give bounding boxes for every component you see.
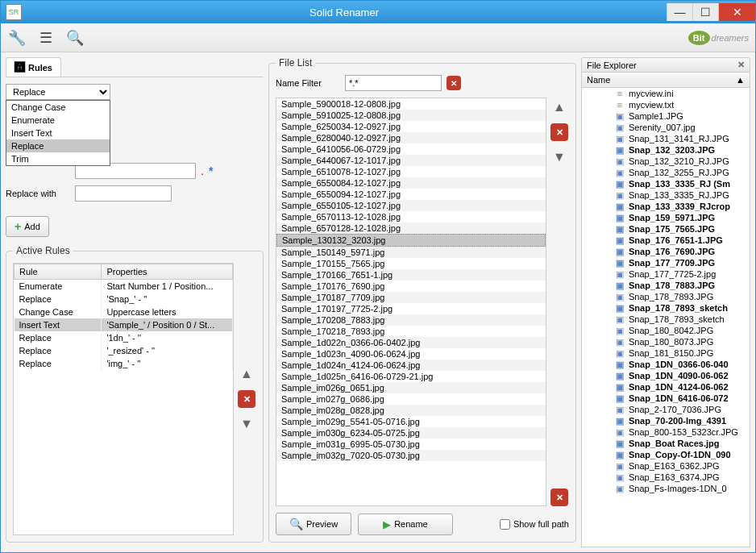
active-rule-row[interactable]: Replace'img_' - '' (15, 357, 233, 370)
rule-option[interactable]: Change Case (6, 101, 110, 114)
explorer-sort-icon[interactable]: ▲ (736, 75, 745, 85)
rule-type-select[interactable]: Replace (6, 84, 110, 100)
explorer-item[interactable]: ▣Snap_70-200-Img_4391 (582, 415, 750, 426)
file-explorer-close-button[interactable]: ✕ (737, 60, 745, 70)
explorer-item[interactable]: ▣Snap_1DN_4124-06-062 (582, 381, 750, 393)
explorer-item[interactable]: ▣Snap_175_7565.JPG (582, 223, 750, 235)
file-list-item[interactable]: Sample_5910025-12-0808.jpg (276, 110, 546, 121)
explorer-item[interactable]: ≡mycview.ini (582, 88, 750, 99)
file-list-item[interactable]: Sample_6550084-12-1027.jpg (276, 177, 546, 189)
rule-option[interactable]: Insert Text (6, 127, 110, 139)
explorer-item[interactable]: ▣Snap_133_3339_RJcrop (582, 201, 750, 212)
active-rule-row[interactable]: Insert Text'Sample_' / Position 0 / St..… (15, 318, 233, 331)
rule-option[interactable]: Trim (6, 152, 110, 165)
explorer-item[interactable]: ▣Snap_800-153_5323cr.JPG (582, 426, 750, 438)
close-button[interactable]: ✕ (718, 3, 755, 21)
file-list-item[interactable]: Sample_6510078-12-1027.jpg (276, 166, 546, 177)
preview-button[interactable]: 🔍 Preview (276, 513, 351, 535)
file-list-item[interactable]: Sample_im031g_6995-05-0730.jpg (276, 439, 546, 450)
file-list-item[interactable]: Sample_170187_7709.jpg (276, 292, 546, 303)
file-list-item[interactable]: Sample_170218_7893.jpg (276, 326, 546, 337)
active-rule-row[interactable]: Replace'1dn_' - '' (15, 331, 233, 344)
rule-move-up-button[interactable]: ▲ (237, 364, 256, 384)
file-list-item[interactable]: Sample_1d023n_4090-06-0624.jpg (276, 348, 546, 360)
file-list-item[interactable]: Sample_6250034-12-0927.jpg (276, 121, 546, 132)
explorer-item[interactable]: ▣Snap_132_3255_RJ.JPG (582, 167, 750, 178)
explorer-item[interactable]: ▣Snap_1DN_0366-06-040 (582, 359, 750, 370)
rule-move-down-button[interactable]: ▼ (237, 414, 256, 434)
rule-col-header[interactable]: Rule (15, 264, 102, 280)
file-list-item[interactable]: Sample_6440067-12-1017.jpg (276, 155, 546, 166)
explorer-item[interactable]: ▣Snap_1DN_6416-06-072 (582, 393, 750, 404)
explorer-item[interactable]: ▣Snap_133_3335_RJ (Sm (582, 178, 750, 189)
explorer-item[interactable]: ≡mycview.txt (582, 99, 750, 110)
file-list-item[interactable]: Sample_170176_7690.jpg (276, 281, 546, 292)
rule-option[interactable]: Enumerate (6, 114, 110, 127)
file-list-item[interactable]: Sample_im030g_6234-05-0725.jpg (276, 427, 546, 439)
file-list-item[interactable]: Sample_5900018-12-0808.jpg (276, 98, 546, 110)
file-list-item[interactable]: Sample_170208_7883.jpg (276, 314, 546, 326)
file-list-item[interactable]: Sample_6410056-06-0729.jpg (276, 143, 546, 155)
file-list-item[interactable]: Sample_1d024n_4124-06-0624.jpg (276, 360, 546, 371)
file-list-item[interactable]: Sample_170166_7651-1.jpg (276, 269, 546, 281)
file-list-item[interactable]: Sample_170197_7725-2.jpg (276, 303, 546, 314)
show-full-path-checkbox[interactable] (500, 519, 510, 530)
file-list-item[interactable]: Sample_170155_7565.jpg (276, 258, 546, 269)
file-clear-all-button[interactable]: ✕ (550, 489, 568, 506)
file-list-item[interactable]: Sample_6550094-12-1027.jpg (276, 189, 546, 200)
photo-search-icon[interactable]: 🔍 (65, 28, 85, 48)
explorer-item[interactable]: ▣Snap_178_7893_sketch (582, 302, 750, 314)
file-list-item[interactable]: Sample_1d022n_0366-06-0402.jpg (276, 337, 546, 348)
name-filter-input[interactable] (345, 75, 442, 91)
file-list-item[interactable]: Sample_im032g_7020-05-0730.jpg (276, 450, 546, 461)
rule-delete-button[interactable]: ✕ (238, 390, 255, 408)
explorer-item[interactable]: ▣Snap_E163_6362.JPG (582, 460, 750, 472)
minimize-button[interactable]: — (667, 3, 692, 21)
explorer-item[interactable]: ▣Serenity_007.jpg (582, 122, 750, 133)
active-rule-row[interactable]: Replace'_resized' - '' (15, 344, 233, 357)
tab-rules[interactable]: 🅰 Rules (6, 57, 61, 77)
file-list-item[interactable]: Sample_im027g_0686.jpg (276, 393, 546, 405)
explorer-item[interactable]: ▣Snap_176_7651-1.JPG (582, 235, 750, 246)
file-list-item[interactable]: Sample_130132_3203.jpg (276, 234, 546, 247)
file-move-up-button[interactable]: ▲ (550, 98, 569, 117)
explorer-item[interactable]: ▣Snap_178_7893_sketch (582, 314, 750, 325)
clear-filter-button[interactable]: ✕ (447, 76, 461, 90)
file-explorer-tree[interactable]: Name ▲ ≡mycview.ini≡mycview.txt▣Sample1.… (581, 73, 750, 547)
file-list-item[interactable]: Sample_im028g_0828.jpg (276, 405, 546, 416)
explorer-item[interactable]: ▣Snap_178_7893.JPG (582, 291, 750, 302)
explorer-item[interactable]: ▣Snap_176_7690.JPG (582, 246, 750, 257)
file-list-item[interactable]: Sample_im029g_5541-05-0716.jpg (276, 416, 546, 427)
replace-with-input[interactable] (75, 185, 172, 202)
add-rule-button[interactable]: + Add (6, 216, 49, 237)
explorer-item[interactable]: ▣Snap_180_8073.JPG (582, 336, 750, 347)
explorer-item[interactable]: ▣Snap_178_7883.JPG (582, 280, 750, 291)
explorer-item[interactable]: ▣Snap_132_3210_RJ.JPG (582, 156, 750, 167)
explorer-item[interactable]: ▣Snap_180_8042.JPG (582, 325, 750, 336)
rule-option[interactable]: Replace (6, 139, 110, 152)
file-list-item[interactable]: Sample_6280040-12-0927.jpg (276, 132, 546, 143)
explorer-item[interactable]: ▣Snap_181_8150.JPG (582, 347, 750, 359)
file-list[interactable]: Sample_5900018-12-0808.jpgSample_5910025… (276, 98, 546, 506)
settings-icon[interactable]: 🔧 (7, 28, 27, 48)
explorer-item[interactable]: ▣Snap_Fs-Images-1DN_0 (582, 483, 750, 494)
file-list-item[interactable]: Sample_im026g_0651.jpg (276, 382, 546, 393)
file-list-item[interactable]: Sample_1d025n_6416-06-0729-21.jpg (276, 371, 546, 382)
explorer-item[interactable]: ▣Snap_159_5971.JPG (582, 212, 750, 223)
file-list-item[interactable]: Sample_150149_5971.jpg (276, 247, 546, 258)
properties-col-header[interactable]: Properties (102, 264, 233, 280)
file-list-item[interactable]: Sample_6550105-12-1027.jpg (276, 200, 546, 211)
explorer-item[interactable]: ▣Snap_177_7725-2.jpg (582, 268, 750, 280)
explorer-item[interactable]: ▣Snap_E163_6374.JPG (582, 472, 750, 483)
file-list-item[interactable]: Sample_6570128-12-1028.jpg (276, 222, 546, 234)
explorer-item[interactable]: ▣Snap_Boat Races.jpg (582, 438, 750, 449)
list-icon[interactable]: ☰ (36, 28, 56, 48)
explorer-name-header[interactable]: Name (587, 75, 610, 85)
active-rule-row[interactable]: Change CaseUppercase letters (15, 306, 233, 318)
file-remove-button[interactable]: ✕ (550, 123, 568, 141)
file-move-down-button[interactable]: ▼ (550, 148, 569, 167)
explorer-item[interactable]: ▣Snap_Copy-Of-1DN_090 (582, 449, 750, 460)
explorer-item[interactable]: ▣Sample1.JPG (582, 110, 750, 122)
explorer-item[interactable]: ▣Snap_133_3335_RJ.JPG (582, 189, 750, 201)
explorer-item[interactable]: ▣Snap_132_3203.JPG (582, 144, 750, 156)
